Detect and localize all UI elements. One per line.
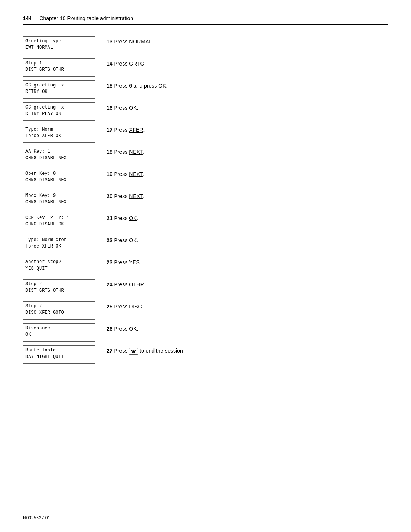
screen-box-19: Oper Key: 0CHNG DISABL NEXT [23, 169, 95, 187]
step-row-23: Another step?YES QUIT23 Press YES. [23, 257, 388, 275]
chapter-title: Chapter 10 Routing table administration [39, 15, 133, 21]
step-num-22: 22 [107, 237, 113, 243]
step-instruction-26: 26 Press OK. [107, 323, 388, 332]
step-instruction-27: 27 Press ☎ to end the session [107, 345, 388, 355]
step-num-21: 21 [107, 215, 113, 221]
step-num-18: 18 [107, 149, 113, 155]
page: 144 Chapter 10 Routing table administrat… [0, 0, 411, 383]
step-row-19: Oper Key: 0CHNG DISABL NEXT19 Press NEXT… [23, 169, 388, 187]
content-area: Greeting typeEWT NORMAL13 Press NORMAL.S… [23, 36, 388, 367]
screen-box-13: Greeting typeEWT NORMAL [23, 36, 95, 54]
page-number: 144 [23, 15, 32, 21]
screen-box-17: Type: NormForce XFER OK [23, 125, 95, 143]
step-num-13: 13 [107, 38, 113, 45]
step-instruction-18: 18 Press NEXT. [107, 147, 388, 155]
step-row-15: CC greeting: xRETRY OK15 Press 6 and pre… [23, 80, 388, 99]
step-row-18: AA Key: 1CHNG DISABL NEXT18 Press NEXT. [23, 147, 388, 165]
screen-box-23: Another step?YES QUIT [23, 257, 95, 275]
screen-box-18: AA Key: 1CHNG DISABL NEXT [23, 147, 95, 165]
step-row-27: Route TableDAY NIGHT QUIT27 Press ☎ to e… [23, 345, 388, 364]
step-num-27: 27 [107, 348, 113, 354]
page-header: 144 Chapter 10 Routing table administrat… [23, 15, 388, 25]
screen-box-27: Route TableDAY NIGHT QUIT [23, 345, 95, 364]
screen-box-15: CC greeting: xRETRY OK [23, 80, 95, 99]
step-row-24: Step 2DIST GRTG OTHR24 Press OTHR. [23, 279, 388, 297]
step-instruction-20: 20 Press NEXT. [107, 191, 388, 199]
screen-box-22: Type: Norm XferForce XFER OK [23, 235, 95, 253]
step-num-25: 25 [107, 304, 113, 310]
step-instruction-16: 16 Press OK. [107, 102, 388, 111]
step-instruction-13: 13 Press NORMAL. [107, 36, 388, 45]
step-row-22: Type: Norm XferForce XFER OK22 Press OK. [23, 235, 388, 253]
page-footer: N0025637 01 [23, 512, 388, 521]
screen-box-20: Mbox Key: 9CHNG DISABL NEXT [23, 191, 95, 209]
step-num-19: 19 [107, 171, 113, 177]
step-num-20: 20 [107, 193, 113, 199]
step-num-17: 17 [107, 127, 113, 133]
step-instruction-15: 15 Press 6 and press OK. [107, 80, 388, 89]
step-instruction-17: 17 Press XFER. [107, 125, 388, 133]
screen-box-21: CCR Key: 2 Tr: 1CHNG DISABL OK [23, 213, 95, 231]
step-row-17: Type: NormForce XFER OK17 Press XFER. [23, 125, 388, 143]
step-row-16: CC greeting: xRETRY PLAY OK16 Press OK. [23, 102, 388, 121]
step-row-14: Step 1DIST GRTG OTHR14 Press GRTG. [23, 58, 388, 77]
step-row-20: Mbox Key: 9CHNG DISABL NEXT20 Press NEXT… [23, 191, 388, 209]
step-num-23: 23 [107, 259, 113, 265]
screen-box-14: Step 1DIST GRTG OTHR [23, 58, 95, 77]
doc-number: N0025637 01 [23, 515, 50, 521]
step-instruction-25: 25 Press DISC. [107, 301, 388, 310]
step-instruction-19: 19 Press NEXT. [107, 169, 388, 177]
screen-box-24: Step 2DIST GRTG OTHR [23, 279, 95, 297]
step-instruction-21: 21 Press OK. [107, 213, 388, 221]
step-instruction-22: 22 Press OK. [107, 235, 388, 243]
step-instruction-23: 23 Press YES. [107, 257, 388, 265]
step-instruction-24: 24 Press OTHR. [107, 279, 388, 288]
step-row-13: Greeting typeEWT NORMAL13 Press NORMAL. [23, 36, 388, 54]
step-row-25: Step 2DISC XFER GOTO25 Press DISC. [23, 301, 388, 320]
phone-icon: ☎ [129, 348, 138, 355]
screen-box-16: CC greeting: xRETRY PLAY OK [23, 102, 95, 121]
step-num-16: 16 [107, 105, 113, 111]
step-row-26: Disconnect OK26 Press OK. [23, 323, 388, 342]
step-num-24: 24 [107, 281, 113, 288]
screen-box-25: Step 2DISC XFER GOTO [23, 301, 95, 320]
step-row-21: CCR Key: 2 Tr: 1CHNG DISABL OK21 Press O… [23, 213, 388, 231]
screen-box-26: Disconnect OK [23, 323, 95, 342]
step-num-14: 14 [107, 61, 113, 67]
step-instruction-14: 14 Press GRTG. [107, 58, 388, 67]
step-num-26: 26 [107, 326, 113, 332]
step-num-15: 15 [107, 83, 113, 89]
